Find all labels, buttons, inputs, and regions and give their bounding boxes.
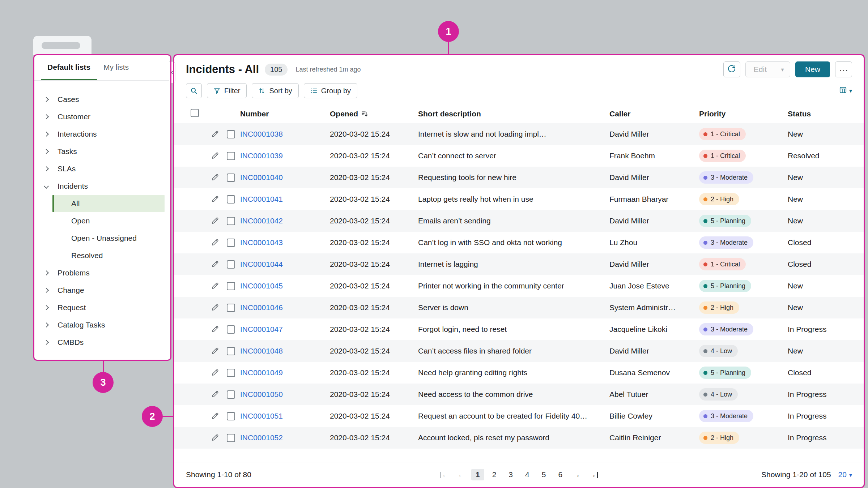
chevron-icon[interactable]: [44, 98, 58, 101]
record-link[interactable]: INC0001042: [240, 217, 283, 225]
edit-row-icon[interactable]: [211, 260, 219, 268]
edit-row-icon[interactable]: [211, 304, 219, 312]
sidebar-tree-item[interactable]: CMBDs: [34, 334, 170, 351]
table-row[interactable]: INC0001042 2020-03-02 15:24 Emails aren’…: [174, 210, 864, 232]
table-row[interactable]: INC0001049 2020-03-02 15:24 Need help gr…: [174, 362, 864, 384]
edit-dropdown-button[interactable]: [775, 62, 790, 77]
sidebar-tree-item[interactable]: SLAs: [34, 160, 170, 177]
sidebar-tree-item[interactable]: Catalog Tasks: [34, 316, 170, 334]
pagination-page-6[interactable]: 6: [554, 469, 567, 480]
sidebar-tree-item[interactable]: Request: [34, 299, 170, 316]
record-link[interactable]: INC0001050: [240, 390, 283, 398]
collapse-list-pane-handle[interactable]: [169, 61, 175, 83]
row-checkbox[interactable]: [227, 282, 235, 290]
row-checkbox[interactable]: [227, 347, 235, 355]
table-row[interactable]: INC0001050 2020-03-02 15:24 Need access …: [174, 384, 864, 405]
row-checkbox[interactable]: [227, 217, 235, 225]
table-row[interactable]: INC0001047 2020-03-02 15:24 Forgot login…: [174, 318, 864, 340]
edit-row-icon[interactable]: [211, 174, 219, 181]
sidebar-tree-item[interactable]: Change: [34, 282, 170, 299]
record-link[interactable]: INC0001044: [240, 260, 283, 268]
filter-button[interactable]: Filter: [207, 83, 247, 98]
sidebar-tree-item[interactable]: All: [52, 195, 165, 212]
pagination-previous-button[interactable]: [455, 470, 468, 479]
sidebar-tree-item[interactable]: Open - Unassigned: [34, 230, 170, 247]
table-row[interactable]: INC0001051 2020-03-02 15:24 Request an a…: [174, 405, 864, 427]
sidebar-tree-item[interactable]: Interactions: [34, 125, 170, 143]
record-link[interactable]: INC0001049: [240, 368, 283, 377]
chevron-icon[interactable]: [44, 341, 58, 344]
record-link[interactable]: INC0001040: [240, 173, 283, 181]
pagination-page-2[interactable]: 2: [488, 469, 501, 480]
sidebar-tree-item[interactable]: Tasks: [34, 143, 170, 160]
row-checkbox[interactable]: [227, 239, 235, 247]
edit-row-icon[interactable]: [211, 152, 219, 160]
chevron-icon[interactable]: [44, 306, 58, 309]
table-row[interactable]: INC0001046 2020-03-02 15:24 Server is do…: [174, 297, 864, 318]
column-header-short-description[interactable]: Short description: [418, 110, 609, 118]
chevron-icon[interactable]: [44, 167, 58, 171]
group-by-button[interactable]: Group by: [304, 83, 357, 98]
tab-default-lists[interactable]: Default lists: [41, 55, 97, 80]
row-checkbox[interactable]: [227, 260, 235, 269]
column-header-caller[interactable]: Caller: [609, 110, 699, 118]
table-row[interactable]: INC0001044 2020-03-02 15:24 Internet is …: [174, 253, 864, 275]
record-link[interactable]: INC0001052: [240, 433, 283, 442]
edit-row-icon[interactable]: [211, 390, 219, 398]
row-checkbox[interactable]: [227, 390, 235, 399]
edit-row-icon[interactable]: [211, 434, 219, 442]
sort-by-button[interactable]: Sort by: [252, 83, 298, 98]
row-checkbox[interactable]: [227, 130, 235, 138]
table-row[interactable]: INC0001045 2020-03-02 15:24 Printer not …: [174, 275, 864, 297]
column-header-number[interactable]: Number: [240, 110, 330, 118]
search-button[interactable]: [186, 83, 202, 98]
row-checkbox[interactable]: [227, 195, 235, 204]
pagination-page-1[interactable]: 1: [471, 469, 484, 480]
row-checkbox[interactable]: [227, 152, 235, 160]
row-checkbox[interactable]: [227, 325, 235, 334]
chevron-icon[interactable]: [44, 323, 58, 327]
edit-button[interactable]: Edit: [746, 62, 775, 77]
table-row[interactable]: INC0001041 2020-03-02 15:24 Laptop gets …: [174, 188, 864, 210]
record-link[interactable]: INC0001045: [240, 282, 283, 290]
refresh-button[interactable]: [723, 61, 740, 77]
more-actions-button[interactable]: [835, 61, 852, 77]
sidebar-tree-item[interactable]: Problems: [34, 264, 170, 282]
pagination-last-button[interactable]: [586, 470, 601, 479]
column-header-opened[interactable]: Opened: [330, 110, 418, 118]
record-link[interactable]: INC0001047: [240, 325, 283, 333]
sidebar-tree-item[interactable]: Customer: [34, 108, 170, 125]
edit-row-icon[interactable]: [211, 282, 219, 290]
record-link[interactable]: INC0001051: [240, 412, 283, 420]
record-link[interactable]: INC0001046: [240, 303, 283, 312]
record-link[interactable]: INC0001048: [240, 347, 283, 355]
pagination-first-button[interactable]: [437, 470, 452, 479]
record-link[interactable]: INC0001039: [240, 151, 283, 160]
pagination-page-3[interactable]: 3: [504, 469, 517, 480]
row-checkbox[interactable]: [227, 412, 235, 420]
pagination-page-5[interactable]: 5: [537, 469, 550, 480]
edit-row-icon[interactable]: [211, 412, 219, 420]
edit-row-icon[interactable]: [211, 347, 219, 355]
edit-row-icon[interactable]: [211, 325, 219, 333]
table-row[interactable]: INC0001052 2020-03-02 15:24 Account lock…: [174, 427, 864, 449]
table-row[interactable]: INC0001039 2020-03-02 15:24 Can’t connec…: [174, 145, 864, 167]
table-row[interactable]: INC0001048 2020-03-02 15:24 Can’t access…: [174, 340, 864, 362]
pagination-next-button[interactable]: [570, 470, 583, 479]
pagination-page-4[interactable]: 4: [521, 469, 534, 480]
edit-row-icon[interactable]: [211, 217, 219, 225]
chevron-icon[interactable]: [44, 271, 58, 275]
table-row[interactable]: INC0001038 2020-03-02 15:24 Internet is …: [174, 123, 864, 145]
chevron-icon[interactable]: [44, 288, 58, 292]
record-link[interactable]: INC0001041: [240, 195, 283, 203]
sidebar-tree-item[interactable]: Incidents: [34, 177, 170, 195]
edit-row-icon[interactable]: [211, 239, 219, 247]
row-checkbox[interactable]: [227, 174, 235, 182]
sidebar-tree-item[interactable]: Open: [34, 212, 170, 230]
tab-my-lists[interactable]: My lists: [97, 55, 135, 80]
edit-row-icon[interactable]: [211, 369, 219, 377]
new-button[interactable]: New: [795, 61, 830, 77]
record-link[interactable]: INC0001043: [240, 238, 283, 247]
select-all-checkbox[interactable]: [191, 109, 199, 117]
chevron-icon[interactable]: [44, 150, 58, 153]
